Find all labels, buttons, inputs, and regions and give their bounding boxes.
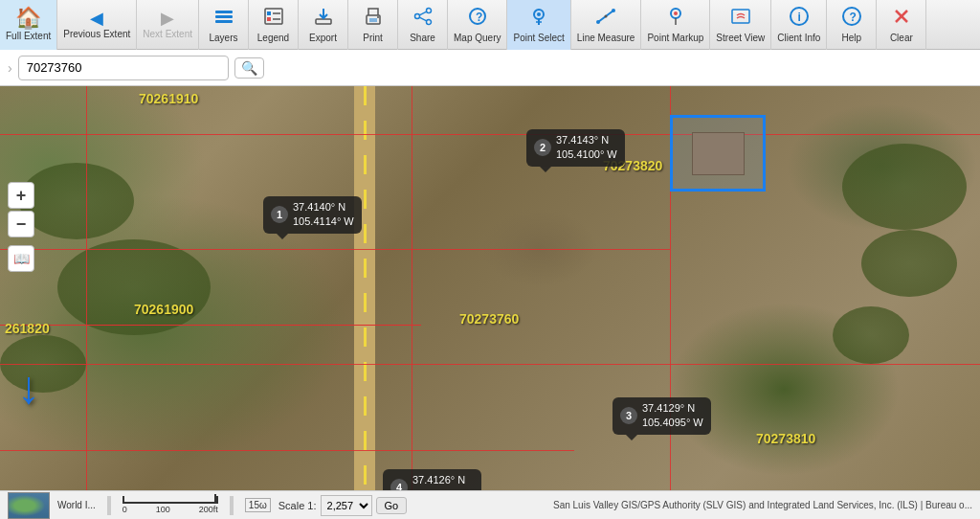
callout-coords: 37.4129° N 105.4095° W bbox=[642, 401, 703, 431]
forward-icon: ▶ bbox=[161, 10, 174, 27]
legend-icon bbox=[263, 6, 284, 31]
vegetation bbox=[833, 306, 909, 364]
share-button[interactable]: Share bbox=[398, 0, 448, 50]
help-button[interactable]: ? Help bbox=[827, 0, 877, 50]
parcel-line bbox=[0, 134, 980, 135]
layers-icon bbox=[213, 6, 234, 31]
toolbar: 🏠 Full Extent ◀ Previous Extent ▶ Next E… bbox=[0, 0, 980, 50]
svg-point-25 bbox=[612, 9, 615, 12]
svg-point-14 bbox=[426, 20, 431, 25]
world-label: World I... bbox=[57, 500, 96, 510]
highlight-box bbox=[670, 115, 766, 192]
svg-point-28 bbox=[674, 11, 678, 15]
search-bar: › 🔍 bbox=[0, 50, 980, 86]
building bbox=[692, 132, 745, 175]
parcel-line bbox=[412, 86, 412, 490]
callout-coords: 37.4126° N 105.4110° W bbox=[412, 473, 474, 490]
layers-button[interactable]: Layers bbox=[199, 0, 249, 50]
full-extent-button[interactable]: 🏠 Full Extent bbox=[0, 0, 57, 50]
street-view-button[interactable]: Street View bbox=[710, 0, 771, 50]
home-icon: 🏠 bbox=[15, 8, 41, 29]
divider bbox=[107, 496, 111, 515]
markup-icon bbox=[665, 6, 686, 31]
parcel-label-261820: 261820 bbox=[5, 321, 50, 336]
point-select-button[interactable]: Point Select bbox=[507, 0, 570, 50]
parcel-label-70273760: 70273760 bbox=[459, 311, 519, 327]
north-arrow: ↓ bbox=[17, 361, 40, 414]
callout-number: 2 bbox=[534, 139, 551, 156]
zoom-out-button[interactable]: − bbox=[8, 211, 34, 237]
point-select-icon bbox=[528, 6, 549, 31]
svg-point-11 bbox=[377, 16, 379, 18]
svg-point-12 bbox=[426, 9, 431, 13]
back-icon: ◀ bbox=[90, 10, 103, 27]
print-button[interactable]: Print bbox=[348, 0, 398, 50]
distance-indicator: 15ω bbox=[245, 498, 271, 512]
callout-4: 4 37.4126° N 105.4110° W bbox=[383, 469, 481, 490]
export-icon bbox=[313, 6, 334, 31]
status-bar: World I... 0 100 200ft 15ω Scale 1: 2,25… bbox=[0, 490, 980, 519]
scale-selector: Scale 1: 2,257 Go bbox=[278, 495, 407, 516]
svg-rect-3 bbox=[265, 9, 282, 24]
svg-line-16 bbox=[419, 17, 426, 21]
svg-rect-8 bbox=[316, 19, 331, 24]
search-button[interactable]: 🔍 bbox=[234, 57, 264, 79]
scale-bar: 0 100 200ft bbox=[122, 496, 218, 514]
info-icon: i bbox=[789, 6, 810, 31]
callout-number: 3 bbox=[620, 407, 637, 424]
svg-text:?: ? bbox=[476, 11, 482, 24]
svg-text:i: i bbox=[797, 11, 800, 24]
svg-rect-10 bbox=[369, 18, 377, 22]
clear-button[interactable]: Clear bbox=[877, 0, 926, 50]
vegetation bbox=[861, 230, 957, 297]
parcel-label-70261910: 70261910 bbox=[139, 91, 198, 106]
zoom-in-button[interactable]: + bbox=[8, 182, 34, 209]
map-query-button[interactable]: ? Map Query bbox=[448, 0, 507, 50]
svg-line-15 bbox=[419, 11, 426, 15]
callout-number: 4 bbox=[390, 479, 408, 490]
scale-labels: 0 100 200ft bbox=[122, 505, 218, 514]
legend-button[interactable]: Legend bbox=[249, 0, 299, 50]
go-button[interactable]: Go bbox=[376, 497, 408, 514]
callout-coords: 37.4143° N 105.4100° W bbox=[556, 133, 617, 163]
road-dash bbox=[364, 86, 367, 490]
map-area[interactable]: 70261910 70261900 70273760 70273820 7027… bbox=[0, 86, 980, 490]
parcel-label-70273810: 70273810 bbox=[756, 431, 815, 446]
svg-rect-6 bbox=[267, 17, 271, 21]
bookmark-button[interactable]: 📖 bbox=[8, 245, 34, 272]
callout-1: 1 37.4140° N 105.4114° W bbox=[263, 196, 362, 234]
zoom-controls: + − 📖 bbox=[8, 182, 34, 272]
search-input[interactable] bbox=[18, 56, 229, 80]
client-info-button[interactable]: i Client Info bbox=[771, 0, 827, 50]
prev-extent-button[interactable]: ◀ Previous Extent bbox=[57, 0, 137, 50]
next-extent-button[interactable]: ▶ Next Extent bbox=[137, 0, 199, 50]
help-icon: ? bbox=[841, 6, 862, 31]
attribution-text: San Luis Valley GIS/GPS Authority (SLV G… bbox=[414, 500, 972, 510]
world-overview[interactable] bbox=[8, 492, 50, 519]
vegetation bbox=[842, 144, 967, 230]
svg-text:?: ? bbox=[849, 11, 856, 24]
point-markup-button[interactable]: Point Markup bbox=[641, 0, 710, 50]
query-icon: ? bbox=[467, 6, 488, 31]
scale-mid bbox=[124, 494, 216, 502]
svg-point-13 bbox=[414, 14, 419, 19]
measure-icon bbox=[595, 6, 616, 31]
svg-point-26 bbox=[605, 15, 608, 18]
line-measure-button[interactable]: Line Measure bbox=[571, 0, 642, 50]
svg-rect-0 bbox=[215, 11, 233, 13]
scale-input[interactable]: 2,257 bbox=[321, 495, 372, 516]
svg-rect-2 bbox=[215, 20, 233, 23]
svg-rect-4 bbox=[267, 11, 271, 15]
clear-icon bbox=[891, 6, 912, 31]
callout-number: 1 bbox=[271, 206, 288, 223]
share-icon bbox=[412, 6, 434, 31]
callout-coords: 37.4140° N 105.4114° W bbox=[293, 200, 354, 230]
vegetation bbox=[57, 239, 211, 335]
parcel-line bbox=[0, 249, 670, 250]
svg-point-20 bbox=[537, 12, 541, 16]
export-button[interactable]: Export bbox=[299, 0, 348, 50]
parcel-label-70261900: 70261900 bbox=[134, 302, 193, 317]
svg-point-24 bbox=[596, 20, 600, 24]
parcel-line bbox=[0, 364, 980, 365]
breadcrumb-arrow: › bbox=[8, 60, 12, 76]
